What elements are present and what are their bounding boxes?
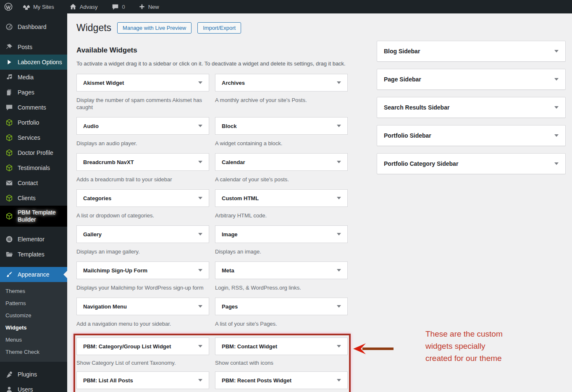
widget-card-akismet[interactable]: Akismet Widget xyxy=(76,74,209,91)
submenu-theme-check[interactable]: Theme Check xyxy=(0,346,67,358)
chevron-down-icon xyxy=(337,269,341,272)
widget-card-mailchimp[interactable]: Mailchimp Sign-Up Form xyxy=(76,261,209,279)
widget-description: Show contact with icons xyxy=(215,359,348,366)
custom-widgets-highlight-box: PBM: Category/Group List Widget Show Cat… xyxy=(73,334,351,392)
pages-icon xyxy=(5,88,13,97)
submenu-patterns[interactable]: Patterns xyxy=(0,297,67,309)
menu-item-comments[interactable]: Comments xyxy=(0,100,67,115)
chevron-down-icon xyxy=(554,50,559,52)
widget-card-pages[interactable]: Pages xyxy=(215,298,348,315)
menu-item-posts[interactable]: Posts xyxy=(0,39,67,55)
menu-item-labozen-options[interactable]: Labozen Options xyxy=(0,55,67,70)
widget-block: Block A widget containing a block. xyxy=(215,117,348,153)
widget-calendar: Calendar A calendar of your site's posts… xyxy=(215,153,348,189)
widget-card-pbm-list-all-posts[interactable]: PBM: List All Posts xyxy=(76,371,209,389)
chevron-down-icon xyxy=(337,197,341,199)
widget-pages: Pages A list of your site's Pages. xyxy=(215,298,348,334)
widget-card-categories[interactable]: Categories xyxy=(76,189,209,207)
wordpress-logo-icon xyxy=(4,3,13,11)
widget-pbm-contact: PBM: Contact Widget Show contact with ic… xyxy=(215,337,348,371)
widget-card-meta[interactable]: Meta xyxy=(215,261,348,279)
menu-item-dashboard[interactable]: Dashboard xyxy=(0,19,67,34)
menu-item-services[interactable]: Services xyxy=(0,130,67,145)
my-sites-icon xyxy=(23,3,30,10)
widget-pbm-list-all-posts: PBM: List All Posts Show all posts for c… xyxy=(76,371,209,392)
new-label: New xyxy=(148,4,159,10)
chevron-down-icon xyxy=(554,162,559,165)
widget-categories: Categories A list or dropdown of categor… xyxy=(76,189,209,225)
pbm-cube-icon xyxy=(5,118,13,127)
site-menu[interactable]: Advasy xyxy=(64,0,103,13)
widget-card-pbm-recent-posts[interactable]: PBM: Recent Posts Widget xyxy=(215,371,348,389)
pbm-cube-icon xyxy=(5,194,13,202)
sidebar-panel-search-results[interactable]: Search Results Sidebar xyxy=(377,97,566,118)
new-content-menu[interactable]: New xyxy=(134,0,164,13)
menu-item-users[interactable]: Users xyxy=(0,382,67,392)
home-icon xyxy=(69,3,77,10)
menu-item-testimonials[interactable]: Testimonials xyxy=(0,160,67,175)
widget-gallery: Gallery Displays an image gallery. xyxy=(76,225,209,261)
chevron-down-icon xyxy=(554,134,559,137)
widget-pbm-recent-posts: PBM: Recent Posts Widget Show recent pos… xyxy=(215,371,348,392)
chevron-down-icon xyxy=(198,125,202,127)
wordpress-logo-menu[interactable] xyxy=(0,0,18,13)
sidebar-panel-portfolio[interactable]: Portfolio Sidebar xyxy=(377,125,566,146)
menu-item-pages[interactable]: Pages xyxy=(0,85,67,100)
sidebar-panel-portfolio-category[interactable]: Portfolio Category Sidebar xyxy=(377,153,566,174)
comments-menu[interactable]: 0 xyxy=(107,0,130,13)
submenu-menus[interactable]: Menus xyxy=(0,334,67,346)
manage-live-preview-button[interactable]: Manage with Live Preview xyxy=(117,22,192,34)
widget-akismet: Akismet Widget Display the number of spa… xyxy=(76,74,209,117)
submenu-themes[interactable]: Themes xyxy=(0,285,67,297)
widget-card-breadcrumb-navxt[interactable]: Breadcrumb NavXT xyxy=(76,153,209,171)
chevron-down-icon xyxy=(198,269,202,272)
chevron-down-icon xyxy=(337,125,341,127)
menu-item-templates[interactable]: Templates xyxy=(0,247,67,262)
chevron-down-icon xyxy=(337,161,341,163)
widget-card-navigation-menu[interactable]: Navigation Menu xyxy=(76,298,209,315)
submenu-widgets[interactable]: Widgets xyxy=(0,321,67,334)
widget-mailchimp: Mailchimp Sign-Up Form Displays your Mai… xyxy=(76,261,209,298)
menu-item-elementor[interactable]: Elementor xyxy=(0,232,67,247)
widget-card-custom-html[interactable]: Custom HTML xyxy=(215,189,348,207)
menu-item-media[interactable]: Media xyxy=(0,70,67,85)
widget-description: Displays an image. xyxy=(215,248,348,255)
dashboard-icon xyxy=(5,23,13,31)
widget-card-calendar[interactable]: Calendar xyxy=(215,153,348,171)
widget-card-block[interactable]: Block xyxy=(215,117,348,135)
widget-card-image[interactable]: Image xyxy=(215,225,348,243)
menu-item-clients[interactable]: Clients xyxy=(0,191,67,206)
widget-card-audio[interactable]: Audio xyxy=(76,117,209,135)
wordpress-admin: My Sites Advasy 0 New Dashboa xyxy=(0,0,572,392)
widget-breadcrumb-navxt: Breadcrumb NavXT Adds a breadcrumb trail… xyxy=(76,153,209,189)
widget-card-pbm-category-group-list[interactable]: PBM: Category/Group List Widget xyxy=(76,337,209,355)
media-icon xyxy=(5,73,13,81)
sidebar-panel-page[interactable]: Page Sidebar xyxy=(377,69,566,90)
widget-description: Show Category List of current Taxonomy. xyxy=(76,359,209,366)
menu-item-contact[interactable]: Contact xyxy=(0,175,67,191)
menu-item-portfolio[interactable]: Portfolio xyxy=(0,115,67,130)
sidebar-panel-blog[interactable]: Blog Sidebar xyxy=(377,41,566,62)
import-export-button[interactable]: Import/Export xyxy=(197,22,241,34)
chevron-down-icon xyxy=(337,81,341,84)
plugin-icon xyxy=(5,370,13,379)
my-sites-menu[interactable]: My Sites xyxy=(18,0,59,13)
widget-card-pbm-contact[interactable]: PBM: Contact Widget xyxy=(215,337,348,355)
submenu-customize[interactable]: Customize xyxy=(0,309,67,321)
chevron-down-icon xyxy=(337,379,341,382)
widget-card-archives[interactable]: Archives xyxy=(215,74,348,91)
menu-item-plugins[interactable]: Plugins xyxy=(0,367,67,382)
admin-bar: My Sites Advasy 0 New xyxy=(0,0,572,13)
menu-item-pbm-template-builder[interactable]: PBM Template Builder xyxy=(0,206,67,227)
comment-bubble-icon xyxy=(112,3,119,10)
chevron-down-icon xyxy=(198,197,202,199)
widget-card-gallery[interactable]: Gallery xyxy=(76,225,209,243)
chevron-down-icon xyxy=(554,78,559,81)
widget-archives: Archives A monthly archive of your site'… xyxy=(215,74,348,117)
menu-item-doctor-profile[interactable]: Doctor Profile xyxy=(0,145,67,160)
widget-description: A monthly archive of your site's Posts. xyxy=(215,97,348,104)
widget-custom-html: Custom HTML Arbitrary HTML code. xyxy=(215,189,348,225)
appearance-submenu: Themes Patterns Customize Widgets Menus … xyxy=(0,282,67,362)
pbm-cube-icon xyxy=(5,164,13,172)
menu-item-appearance[interactable]: Appearance xyxy=(0,267,67,282)
